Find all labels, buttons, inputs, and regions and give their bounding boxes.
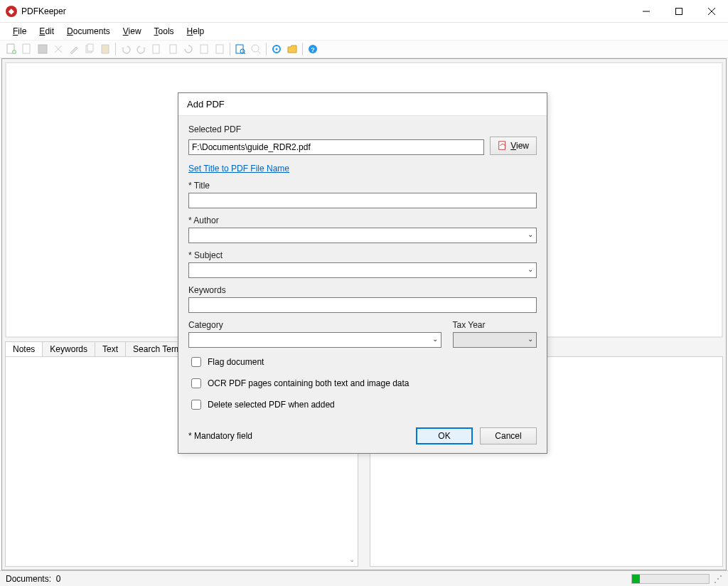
svg-rect-28: [499, 142, 505, 149]
taxyear-combo[interactable]: ⌄: [453, 332, 537, 348]
menu-edit[interactable]: Edit: [33, 25, 60, 38]
tab-keywords[interactable]: Keywords: [42, 341, 95, 356]
selected-pdf-label: Selected PDF: [188, 124, 537, 134]
svg-point-25: [276, 48, 278, 50]
toolbar-paste-icon[interactable]: [98, 42, 112, 56]
menubar: File Edit Documents View Tools Help: [0, 23, 728, 40]
flag-document-input[interactable]: [191, 357, 201, 367]
svg-text:?: ?: [311, 46, 315, 53]
window-controls: [630, 0, 728, 23]
toolbar-redo-icon[interactable]: [134, 42, 149, 56]
chevron-down-icon[interactable]: ⌄: [349, 555, 355, 563]
menu-view[interactable]: View: [117, 25, 147, 38]
chevron-down-icon: ⌄: [528, 230, 533, 238]
svg-rect-14: [102, 45, 109, 53]
title-label: * Title: [188, 181, 537, 191]
selected-pdf-field[interactable]: [188, 139, 484, 155]
cancel-button[interactable]: Cancel: [480, 427, 537, 444]
toolbar-undo-icon[interactable]: [119, 42, 133, 56]
status-progress-bar: [632, 575, 640, 583]
category-label: Category: [188, 320, 441, 330]
menu-tools[interactable]: Tools: [149, 25, 180, 38]
pdf-icon: [498, 141, 508, 151]
toolbar: ?: [0, 40, 728, 58]
author-combo[interactable]: ⌄: [188, 228, 537, 243]
window-title: PDFKeeper: [21, 6, 66, 16]
category-combo[interactable]: ⌄: [188, 332, 441, 348]
maximize-button[interactable]: [663, 0, 695, 23]
toolbar-settings-icon[interactable]: [269, 42, 284, 56]
subject-combo[interactable]: ⌄: [188, 262, 537, 278]
titlebar: ◆ PDFKeeper: [0, 0, 728, 23]
dialog-title: Add PDF: [178, 93, 547, 116]
author-label: * Author: [188, 215, 537, 225]
toolbar-help-icon[interactable]: ?: [306, 42, 320, 56]
toolbar-doc3-icon[interactable]: [197, 42, 211, 56]
svg-rect-8: [23, 44, 30, 53]
svg-line-23: [258, 51, 260, 53]
subject-label: * Subject: [188, 250, 537, 260]
status-progress: [631, 574, 710, 584]
dialog-footer: * Mandatory field OK Cancel: [188, 427, 537, 444]
toolbar-folder-icon[interactable]: [285, 42, 299, 56]
toolbar-cut-icon[interactable]: [51, 42, 65, 56]
view-button-label: iew: [516, 141, 529, 151]
tab-notes[interactable]: Notes: [5, 341, 43, 356]
svg-rect-15: [153, 45, 159, 53]
chevron-down-icon: ⌄: [528, 335, 533, 343]
chevron-down-icon: ⌄: [528, 265, 533, 273]
svg-rect-13: [87, 44, 93, 51]
svg-rect-17: [200, 45, 208, 53]
svg-point-22: [252, 45, 259, 52]
toolbar-separator: [266, 43, 267, 55]
svg-line-21: [244, 53, 245, 54]
keywords-label: Keywords: [188, 285, 537, 295]
svg-rect-18: [216, 45, 223, 53]
toolbar-open-icon[interactable]: [20, 42, 34, 56]
ok-button[interactable]: OK: [416, 427, 473, 444]
toolbar-separator: [115, 43, 116, 55]
toolbar-zoom-icon[interactable]: [249, 42, 263, 56]
tab-text[interactable]: Text: [95, 341, 126, 356]
delete-checkbox[interactable]: Delete selected PDF when added: [188, 398, 537, 412]
app-icon: ◆: [6, 6, 17, 17]
delete-input[interactable]: [191, 400, 201, 410]
ocr-checkbox[interactable]: OCR PDF pages containing both text and i…: [188, 376, 537, 390]
statusbar: Documents: 0 ⋰: [0, 570, 728, 586]
svg-rect-9: [38, 45, 47, 53]
taxyear-label: Tax Year: [453, 320, 537, 330]
toolbar-pages2-icon[interactable]: [166, 42, 180, 56]
toolbar-add-icon[interactable]: [4, 42, 18, 56]
view-button[interactable]: View: [490, 137, 537, 155]
keywords-field[interactable]: [188, 297, 537, 313]
status-documents-count: 0: [56, 574, 61, 584]
menu-help[interactable]: Help: [181, 25, 210, 38]
toolbar-edit-icon[interactable]: [67, 42, 81, 56]
resize-grip-icon[interactable]: ⋰: [714, 574, 722, 584]
title-field[interactable]: [188, 193, 537, 208]
toolbar-doc4-icon[interactable]: [213, 42, 227, 56]
add-pdf-dialog: Add PDF Selected PDF View Set Title to P…: [178, 92, 547, 454]
toolbar-save-icon[interactable]: [36, 42, 50, 56]
close-button[interactable]: [695, 0, 728, 23]
dialog-body: Selected PDF View Set Title to PDF File …: [178, 116, 547, 453]
minimize-button[interactable]: [630, 0, 663, 23]
toolbar-pages-icon[interactable]: [150, 42, 164, 56]
ocr-input[interactable]: [191, 378, 201, 388]
chevron-down-icon: ⌄: [432, 335, 438, 343]
toolbar-search-icon[interactable]: [233, 42, 247, 56]
toolbar-copy-icon[interactable]: [82, 42, 97, 56]
flag-document-checkbox[interactable]: Flag document: [188, 355, 537, 369]
toolbar-refresh-icon[interactable]: [181, 42, 196, 56]
svg-rect-1: [676, 8, 682, 14]
menu-documents[interactable]: Documents: [61, 25, 116, 38]
svg-rect-16: [170, 45, 176, 53]
status-documents-label: Documents:: [6, 574, 51, 584]
menu-file[interactable]: File: [7, 25, 32, 38]
toolbar-separator: [230, 43, 230, 55]
toolbar-separator: [302, 43, 303, 55]
mandatory-label: * Mandatory field: [188, 431, 252, 441]
set-title-link[interactable]: Set Title to PDF File Name: [188, 164, 289, 174]
